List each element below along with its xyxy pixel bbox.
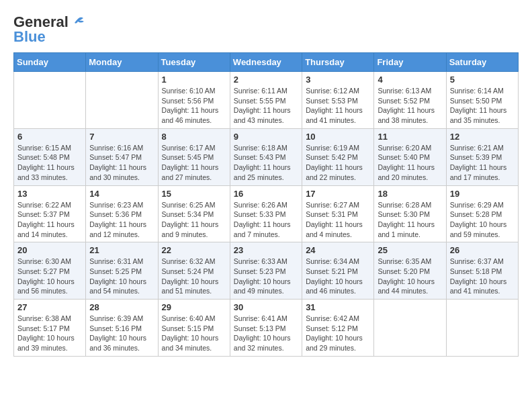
day-number: 5 (450, 75, 515, 85)
calendar-cell: 30Sunrise: 6:41 AMSunset: 5:13 PMDayligh… (230, 300, 302, 357)
cell-info: Sunrise: 6:34 AMSunset: 5:21 PMDaylight:… (306, 257, 370, 296)
calendar-cell: 6Sunrise: 6:15 AMSunset: 5:48 PMDaylight… (14, 128, 86, 185)
cell-info: Sunrise: 6:25 AMSunset: 5:34 PMDaylight:… (162, 200, 226, 240)
day-header-monday: Monday (86, 53, 158, 72)
cell-info: Sunrise: 6:19 AMSunset: 5:42 PMDaylight:… (306, 143, 370, 183)
cell-info: Sunrise: 6:41 AMSunset: 5:13 PMDaylight:… (234, 314, 298, 353)
cell-info: Sunrise: 6:26 AMSunset: 5:33 PMDaylight:… (234, 200, 298, 240)
calendar-cell (14, 72, 86, 129)
calendar-cell: 26Sunrise: 6:37 AMSunset: 5:18 PMDayligh… (446, 242, 518, 300)
day-number: 8 (162, 132, 226, 142)
day-number: 17 (306, 189, 370, 199)
cell-info: Sunrise: 6:31 AMSunset: 5:25 PMDaylight:… (89, 257, 154, 296)
calendar-cell: 10Sunrise: 6:19 AMSunset: 5:42 PMDayligh… (302, 128, 374, 185)
calendar-cell: 22Sunrise: 6:32 AMSunset: 5:24 PMDayligh… (158, 242, 230, 300)
calendar-cell: 20Sunrise: 6:30 AMSunset: 5:27 PMDayligh… (14, 242, 86, 300)
day-header-thursday: Thursday (302, 53, 374, 72)
cell-info: Sunrise: 6:23 AMSunset: 5:36 PMDaylight:… (89, 200, 154, 240)
calendar-cell: 25Sunrise: 6:35 AMSunset: 5:20 PMDayligh… (374, 242, 446, 300)
cell-info: Sunrise: 6:13 AMSunset: 5:52 PMDaylight:… (378, 86, 442, 126)
cell-info: Sunrise: 6:11 AMSunset: 5:55 PMDaylight:… (234, 86, 298, 126)
calendar-cell: 9Sunrise: 6:18 AMSunset: 5:43 PMDaylight… (230, 128, 302, 185)
cell-info: Sunrise: 6:40 AMSunset: 5:15 PMDaylight:… (162, 314, 226, 353)
day-number: 4 (378, 75, 442, 85)
cell-info: Sunrise: 6:22 AMSunset: 5:37 PMDaylight:… (17, 200, 82, 240)
cell-info: Sunrise: 6:28 AMSunset: 5:30 PMDaylight:… (378, 200, 442, 240)
cell-info: Sunrise: 6:16 AMSunset: 5:47 PMDaylight:… (89, 143, 154, 183)
calendar-cell: 5Sunrise: 6:14 AMSunset: 5:50 PMDaylight… (446, 72, 518, 129)
logo-blue: Blue (13, 28, 46, 46)
calendar-cell: 16Sunrise: 6:26 AMSunset: 5:33 PMDayligh… (230, 185, 302, 242)
calendar-table: SundayMondayTuesdayWednesdayThursdayFrid… (13, 52, 519, 357)
day-number: 9 (234, 132, 298, 142)
calendar-cell (374, 300, 446, 357)
day-header-saturday: Saturday (446, 53, 518, 72)
cell-info: Sunrise: 6:14 AMSunset: 5:50 PMDaylight:… (450, 86, 515, 126)
day-header-sunday: Sunday (14, 53, 86, 72)
calendar-week-row: 20Sunrise: 6:30 AMSunset: 5:27 PMDayligh… (14, 242, 519, 300)
day-number: 29 (162, 302, 226, 312)
day-number: 11 (378, 132, 442, 142)
calendar-week-row: 1Sunrise: 6:10 AMSunset: 5:56 PMDaylight… (14, 72, 519, 129)
cell-info: Sunrise: 6:39 AMSunset: 5:16 PMDaylight:… (89, 314, 154, 353)
calendar-cell: 1Sunrise: 6:10 AMSunset: 5:56 PMDaylight… (158, 72, 230, 129)
cell-info: Sunrise: 6:10 AMSunset: 5:56 PMDaylight:… (162, 86, 226, 126)
cell-info: Sunrise: 6:38 AMSunset: 5:17 PMDaylight:… (17, 314, 82, 353)
day-number: 22 (162, 245, 226, 255)
cell-info: Sunrise: 6:37 AMSunset: 5:18 PMDaylight:… (450, 257, 515, 296)
calendar-week-row: 13Sunrise: 6:22 AMSunset: 5:37 PMDayligh… (14, 185, 519, 242)
calendar-cell: 15Sunrise: 6:25 AMSunset: 5:34 PMDayligh… (158, 185, 230, 242)
calendar-cell: 13Sunrise: 6:22 AMSunset: 5:37 PMDayligh… (14, 185, 86, 242)
day-number: 26 (450, 245, 515, 255)
calendar-cell: 2Sunrise: 6:11 AMSunset: 5:55 PMDaylight… (230, 72, 302, 129)
day-number: 14 (89, 189, 154, 199)
cell-info: Sunrise: 6:17 AMSunset: 5:45 PMDaylight:… (162, 143, 226, 183)
calendar-cell: 17Sunrise: 6:27 AMSunset: 5:31 PMDayligh… (302, 185, 374, 242)
day-number: 27 (17, 302, 82, 312)
calendar-cell: 31Sunrise: 6:42 AMSunset: 5:12 PMDayligh… (302, 300, 374, 357)
cell-info: Sunrise: 6:21 AMSunset: 5:39 PMDaylight:… (450, 143, 515, 183)
logo-bird-icon (71, 15, 86, 30)
calendar-cell: 4Sunrise: 6:13 AMSunset: 5:52 PMDaylight… (374, 72, 446, 129)
cell-info: Sunrise: 6:15 AMSunset: 5:48 PMDaylight:… (17, 143, 82, 183)
cell-info: Sunrise: 6:30 AMSunset: 5:27 PMDaylight:… (17, 257, 82, 296)
day-number: 6 (17, 132, 82, 142)
cell-info: Sunrise: 6:27 AMSunset: 5:31 PMDaylight:… (306, 200, 370, 240)
day-header-tuesday: Tuesday (158, 53, 230, 72)
day-number: 16 (234, 189, 298, 199)
day-header-wednesday: Wednesday (230, 53, 302, 72)
calendar-cell: 28Sunrise: 6:39 AMSunset: 5:16 PMDayligh… (86, 300, 158, 357)
day-number: 28 (89, 302, 154, 312)
day-number: 12 (450, 132, 515, 142)
calendar-cell: 12Sunrise: 6:21 AMSunset: 5:39 PMDayligh… (446, 128, 518, 185)
calendar-cell: 3Sunrise: 6:12 AMSunset: 5:53 PMDaylight… (302, 72, 374, 129)
calendar-cell: 8Sunrise: 6:17 AMSunset: 5:45 PMDaylight… (158, 128, 230, 185)
cell-info: Sunrise: 6:20 AMSunset: 5:40 PMDaylight:… (378, 143, 442, 183)
calendar-week-row: 27Sunrise: 6:38 AMSunset: 5:17 PMDayligh… (14, 300, 519, 357)
calendar-cell: 29Sunrise: 6:40 AMSunset: 5:15 PMDayligh… (158, 300, 230, 357)
day-number: 25 (378, 245, 442, 255)
day-number: 19 (450, 189, 515, 199)
day-number: 23 (234, 245, 298, 255)
day-number: 13 (17, 189, 82, 199)
day-number: 3 (306, 75, 370, 85)
cell-info: Sunrise: 6:35 AMSunset: 5:20 PMDaylight:… (378, 257, 442, 296)
day-number: 15 (162, 189, 226, 199)
cell-info: Sunrise: 6:29 AMSunset: 5:28 PMDaylight:… (450, 200, 515, 240)
day-number: 10 (306, 132, 370, 142)
day-number: 7 (89, 132, 154, 142)
page-header: General Blue (13, 13, 519, 46)
calendar-cell: 24Sunrise: 6:34 AMSunset: 5:21 PMDayligh… (302, 242, 374, 300)
calendar-cell: 21Sunrise: 6:31 AMSunset: 5:25 PMDayligh… (86, 242, 158, 300)
calendar-week-row: 6Sunrise: 6:15 AMSunset: 5:48 PMDaylight… (14, 128, 519, 185)
day-number: 30 (234, 302, 298, 312)
calendar-cell: 7Sunrise: 6:16 AMSunset: 5:47 PMDaylight… (86, 128, 158, 185)
logo: General Blue (13, 13, 86, 46)
cell-info: Sunrise: 6:42 AMSunset: 5:12 PMDaylight:… (306, 314, 370, 353)
calendar-cell: 11Sunrise: 6:20 AMSunset: 5:40 PMDayligh… (374, 128, 446, 185)
day-number: 18 (378, 189, 442, 199)
day-number: 21 (89, 245, 154, 255)
cell-info: Sunrise: 6:32 AMSunset: 5:24 PMDaylight:… (162, 257, 226, 296)
day-number: 31 (306, 302, 370, 312)
cell-info: Sunrise: 6:18 AMSunset: 5:43 PMDaylight:… (234, 143, 298, 183)
